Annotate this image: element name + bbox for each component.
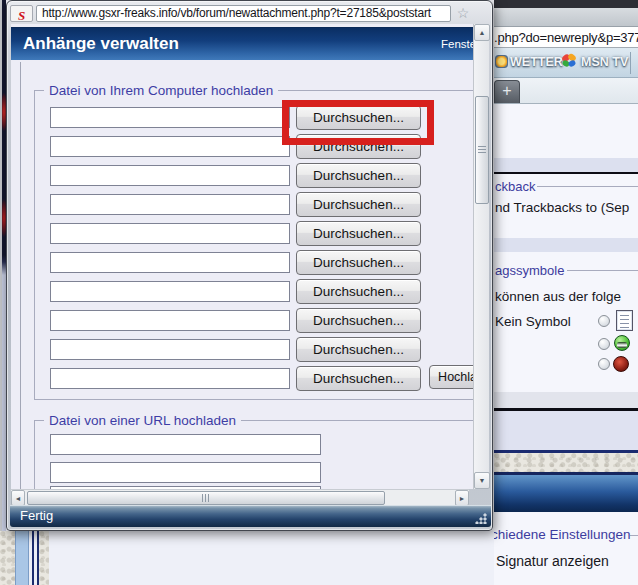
vertical-scrollbar-thumb[interactable] [475, 96, 489, 204]
upload-button[interactable]: Hochladen [429, 365, 473, 389]
status-text: Fertig [20, 505, 53, 527]
settings-fieldset-border [630, 535, 638, 536]
attachment-manager-popup: S http://www.gsxr-freaks.info/vb/forum/n… [6, 0, 493, 531]
forum-header-bar [494, 475, 638, 512]
page-divider [494, 172, 638, 174]
page-border-line [20, 62, 21, 489]
browse-button-4[interactable]: Durchsuchen... [296, 192, 421, 217]
post-icon-radio-1[interactable] [598, 315, 610, 327]
vertical-scrollbar[interactable]: ▲ ▼ [473, 24, 489, 489]
no-symbol-label: Kein Symbol [495, 314, 571, 329]
up-arrow-icon: ▲ [479, 29, 486, 36]
trackback-fieldset-border [537, 186, 638, 187]
trackback-text: nd Trackbacks to (Sep [495, 200, 629, 215]
popup-address-bar: S http://www.gsxr-freaks.info/vb/forum/n… [10, 3, 490, 23]
url-input-1[interactable] [50, 434, 321, 455]
left-arrow-icon: ◄ [15, 495, 22, 502]
weather-favicon-icon [495, 55, 508, 68]
msn-butterfly-icon [561, 53, 577, 68]
browse-button-10[interactable]: Durchsuchen... [296, 366, 421, 391]
browse-button-5[interactable]: Durchsuchen... [296, 221, 421, 246]
browse-button-6[interactable]: Durchsuchen... [296, 250, 421, 275]
page-band [494, 392, 638, 408]
horizontal-scrollbar-thumb[interactable] [27, 491, 385, 505]
post-icon-grin-smiley-icon [614, 335, 630, 351]
file-input-1[interactable] [50, 107, 290, 128]
post-icons-text: können aus der folge [495, 289, 621, 304]
new-tab-button[interactable]: + [494, 80, 520, 103]
file-input-5[interactable] [50, 223, 290, 244]
page-border-strip [15, 531, 29, 585]
url-input-2[interactable] [50, 462, 321, 483]
upload-computer-legend: Datei von Ihrem Computer hochladen [44, 83, 278, 98]
favorite-msn-tv[interactable]: MSN TV [581, 55, 628, 69]
post-icons-legend: agssymbole [495, 263, 564, 278]
main-window-frame [494, 8, 638, 26]
file-input-2[interactable] [50, 136, 290, 157]
popup-page-header: Anhänge verwalten Fenster schließen [11, 27, 473, 60]
down-arrow-icon: ▼ [479, 477, 486, 484]
favorites-separator [630, 52, 631, 74]
page-content-area [49, 531, 494, 585]
page-title: Anhänge verwalten [23, 28, 179, 60]
popup-address-input[interactable]: http://www.gsxr-freaks.info/vb/forum/new… [36, 5, 451, 22]
trackback-legend: ckback [495, 179, 535, 194]
resize-grip[interactable] [475, 512, 487, 524]
post-icon-radio-3[interactable] [598, 358, 610, 370]
page-band [494, 158, 638, 172]
file-input-9[interactable] [50, 339, 290, 360]
popup-page-viewport: Anhänge verwalten Fenster schließen Date… [11, 24, 473, 489]
suzuki-favicon-icon: S [10, 5, 33, 22]
right-arrow-icon: ► [459, 495, 466, 502]
browse-button-7[interactable]: Durchsuchen... [296, 279, 421, 304]
browse-button-9[interactable]: Durchsuchen... [296, 337, 421, 362]
horizontal-scrollbar[interactable]: ◄ ► [11, 489, 469, 505]
file-input-7[interactable] [50, 281, 290, 302]
file-input-3[interactable] [50, 165, 290, 186]
post-icons-fieldset-border [567, 270, 638, 271]
file-input-8[interactable] [50, 310, 290, 331]
signature-label: Signatur anzeigen [496, 553, 609, 569]
editor-band [494, 411, 638, 450]
thumb-grip-icon [202, 494, 211, 502]
close-window-link[interactable]: Fenster schließen [441, 38, 473, 50]
popup-address-url: http://www.gsxr-freaks.info/vb/forum/new… [37, 6, 450, 21]
screen: .php?do=newreply&p=3777 WETTER MSN TV + … [0, 0, 638, 585]
favorite-wetter[interactable]: WETTER [510, 55, 563, 69]
file-input-4[interactable] [50, 194, 290, 215]
post-icon-devil-icon [613, 356, 629, 372]
file-input-10[interactable] [50, 368, 290, 389]
scroll-down-button[interactable]: ▼ [474, 472, 490, 489]
main-window-titlebar-edge [494, 0, 638, 8]
main-address-url: .php?do=newreply&p=3777 [494, 27, 638, 48]
file-input-6[interactable] [50, 252, 290, 273]
main-address-bar[interactable]: .php?do=newreply&p=3777 [494, 26, 638, 48]
browse-button-8[interactable]: Durchsuchen... [296, 308, 421, 333]
scroll-right-button[interactable]: ► [455, 490, 469, 506]
scroll-left-button[interactable]: ◄ [11, 490, 25, 506]
popup-status-bar: Fertig [10, 505, 491, 527]
page-band [494, 238, 638, 252]
highlight-box [282, 100, 434, 145]
thumb-grip-icon [478, 146, 486, 154]
post-icon-document-icon [616, 310, 633, 331]
favorites-star-icon[interactable]: ☆ [454, 4, 472, 22]
scroll-up-button[interactable]: ▲ [474, 24, 490, 41]
upload-url-legend: Datei von einer URL hochladen [44, 413, 241, 428]
post-icon-radio-2[interactable] [598, 338, 610, 350]
browse-button-3[interactable]: Durchsuchen... [296, 163, 421, 188]
page-background-texture [494, 453, 638, 472]
page-background-texture [39, 531, 49, 585]
page-background-texture [0, 531, 15, 585]
